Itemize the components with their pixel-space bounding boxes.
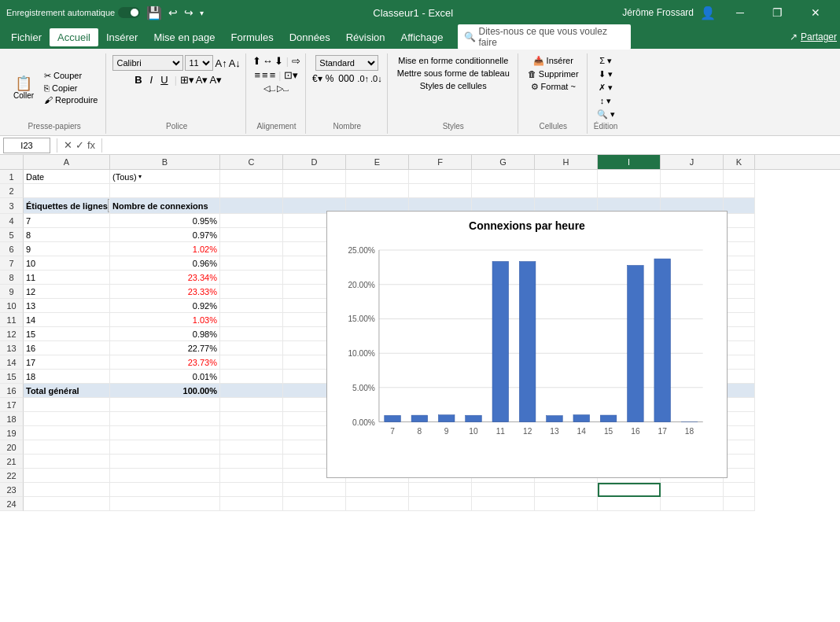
cell[interactable]: 18: [24, 370, 110, 384]
col-header-G[interactable]: G: [472, 155, 535, 169]
share-button[interactable]: Partager: [801, 31, 837, 42]
styles-cellules-button[interactable]: Styles de cellules: [417, 80, 490, 91]
col-header-F[interactable]: F: [409, 155, 472, 169]
cell[interactable]: 16: [24, 341, 110, 355]
coller-button[interactable]: 📋 Coller: [8, 75, 39, 101]
sort-button[interactable]: ↕ ▾: [597, 95, 615, 107]
find-button[interactable]: 🔍 ▾: [594, 109, 618, 120]
indent-increase-button[interactable]: ▷⎵: [277, 83, 289, 94]
cell[interactable]: [598, 483, 661, 497]
row-number[interactable]: 12: [0, 327, 24, 341]
font-size-select[interactable]: 11: [185, 55, 213, 71]
row-number[interactable]: 18: [0, 412, 24, 426]
cell[interactable]: [598, 497, 661, 511]
row-number[interactable]: 5: [0, 228, 24, 242]
cell[interactable]: [220, 497, 283, 511]
merge-button[interactable]: ⊡▾: [284, 69, 298, 81]
mise-en-forme-cond-button[interactable]: Mise en forme conditionnelle: [395, 55, 511, 66]
col-header-K[interactable]: K: [724, 155, 755, 169]
row-number[interactable]: 20: [0, 440, 24, 455]
name-box[interactable]: [3, 138, 50, 153]
cell[interactable]: Total général: [24, 384, 110, 398]
cell[interactable]: [283, 497, 346, 511]
undo-icon[interactable]: ↩: [168, 6, 178, 19]
autosave-toggle[interactable]: Enregistrement automatique: [6, 7, 140, 18]
row-number[interactable]: 13: [0, 341, 24, 355]
col-header-A[interactable]: A: [24, 155, 110, 169]
menu-inserer[interactable]: Insérer: [98, 28, 146, 46]
menu-affichage[interactable]: Affichage: [393, 28, 451, 46]
menu-revision[interactable]: Révision: [338, 28, 393, 46]
cell[interactable]: [535, 483, 598, 497]
row-number[interactable]: 21: [0, 455, 24, 469]
supprimer-button[interactable]: 🗑 Supprimer: [525, 68, 582, 79]
chart-container[interactable]: Connexions par heure 0.00%5.00%10.00%15.…: [326, 211, 728, 478]
cell[interactable]: [110, 455, 220, 469]
row-number[interactable]: 9: [0, 285, 24, 299]
row-number[interactable]: 17: [0, 398, 24, 412]
font-name-select[interactable]: Calibri: [112, 55, 183, 71]
row-number[interactable]: 2: [0, 184, 24, 198]
menu-mise-en-page[interactable]: Mise en page: [146, 28, 223, 46]
cell[interactable]: [110, 497, 220, 511]
insert-function-icon[interactable]: fx: [87, 139, 95, 151]
cell[interactable]: [110, 483, 220, 497]
align-top-button[interactable]: ⬆: [252, 55, 261, 67]
italic-button[interactable]: I: [147, 73, 157, 86]
menu-donnees[interactable]: Données: [282, 28, 338, 46]
row-number[interactable]: 24: [0, 497, 24, 511]
cell[interactable]: [24, 398, 110, 412]
save-icon[interactable]: 💾: [146, 6, 162, 20]
comma-button[interactable]: 000: [338, 73, 354, 84]
cell[interactable]: 17: [24, 355, 110, 370]
cell[interactable]: 13: [24, 299, 110, 313]
row-number[interactable]: 1: [0, 170, 24, 184]
align-bottom-button[interactable]: ⬇: [274, 55, 283, 67]
increase-decimal-button[interactable]: .0↑: [357, 74, 369, 83]
row-number[interactable]: 15: [0, 370, 24, 384]
redo-icon[interactable]: ↪: [184, 6, 193, 19]
row-number[interactable]: 11: [0, 313, 24, 327]
cell[interactable]: [283, 483, 346, 497]
col-header-H[interactable]: H: [535, 155, 598, 169]
cell[interactable]: [724, 497, 755, 511]
cell[interactable]: [24, 469, 110, 483]
row-number[interactable]: 19: [0, 426, 24, 440]
cell[interactable]: 15: [24, 327, 110, 341]
col-header-D[interactable]: D: [283, 155, 346, 169]
decrease-font-icon[interactable]: A↓: [229, 57, 241, 69]
row-number[interactable]: 10: [0, 299, 24, 313]
row-number[interactable]: 22: [0, 469, 24, 483]
cell[interactable]: 12: [24, 285, 110, 299]
sum-button[interactable]: Σ ▾: [596, 55, 615, 67]
currency-button[interactable]: €▾: [312, 73, 322, 84]
row-number[interactable]: 3: [0, 198, 24, 214]
border-button[interactable]: ⊞▾: [180, 74, 194, 86]
cell[interactable]: [24, 455, 110, 469]
confirm-formula-icon[interactable]: ✓: [76, 139, 84, 151]
cell[interactable]: [24, 440, 110, 455]
cell[interactable]: [110, 469, 220, 483]
number-format-select[interactable]: Standard: [315, 55, 378, 71]
restore-button[interactable]: ❐: [760, 0, 796, 25]
cell[interactable]: [409, 497, 472, 511]
cell[interactable]: [346, 483, 409, 497]
cell[interactable]: [724, 483, 755, 497]
indent-decrease-button[interactable]: ◁⎵: [263, 83, 275, 94]
align-center-button[interactable]: ≡: [262, 69, 268, 81]
row-number[interactable]: 6: [0, 242, 24, 256]
cell[interactable]: [409, 483, 472, 497]
cell[interactable]: [724, 455, 755, 469]
row-number[interactable]: 16: [0, 384, 24, 398]
font-color-button[interactable]: A▾: [209, 74, 222, 86]
account-icon[interactable]: 👤: [700, 6, 716, 20]
clear-button[interactable]: ✗ ▾: [595, 82, 616, 94]
decrease-decimal-button[interactable]: .0↓: [370, 74, 382, 83]
mettre-tableau-button[interactable]: Mettre sous forme de tableau: [394, 68, 513, 79]
cell[interactable]: 14: [24, 313, 110, 327]
formula-input[interactable]: [109, 138, 837, 153]
reproduire-button[interactable]: 🖌 Reproduire: [41, 94, 101, 105]
grid-container[interactable]: 1Date(Tous)(Tous)▾23Étiquettes de lignes…: [0, 170, 840, 622]
cell[interactable]: 10: [24, 256, 110, 271]
cancel-formula-icon[interactable]: ✕: [64, 139, 72, 151]
